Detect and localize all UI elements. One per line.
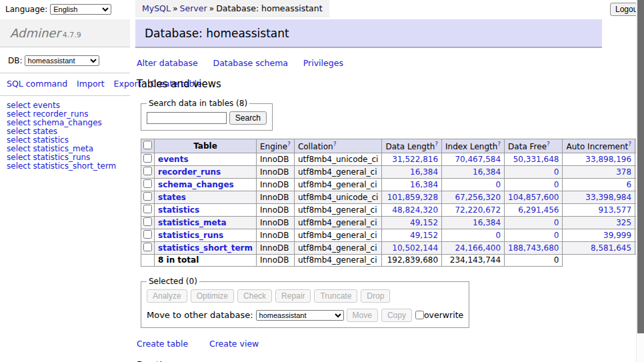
auto-increment-link[interactable]: 39,999 xyxy=(603,231,631,240)
vertical-scrollbar[interactable] xyxy=(636,0,644,362)
index-length-link[interactable]: 0 xyxy=(495,231,501,240)
index-length-link[interactable]: 72,220,672 xyxy=(455,205,501,215)
data-free-link[interactable]: 0 xyxy=(554,231,559,240)
sidebar-item-states[interactable]: select states xyxy=(7,127,125,136)
table-link-events[interactable]: events xyxy=(158,155,189,164)
auto-increment-link[interactable]: 33,898,196 xyxy=(585,155,631,164)
language-select[interactable]: English xyxy=(50,4,111,15)
sidebar-action-sql-command[interactable]: SQL command xyxy=(7,79,67,89)
scrollbar-thumb[interactable] xyxy=(637,0,644,333)
row-checkbox[interactable] xyxy=(143,179,152,188)
sidebar-item-events[interactable]: select events xyxy=(7,101,125,110)
help-link[interactable]: ? xyxy=(547,141,550,147)
select-all-checkbox[interactable] xyxy=(143,141,152,149)
index-length-link[interactable]: 16,384 xyxy=(473,218,501,227)
data-length-link[interactable]: 48,824,320 xyxy=(392,205,438,215)
check-button[interactable]: Check xyxy=(237,289,272,303)
help-link[interactable]: ? xyxy=(333,141,337,147)
privileges-link[interactable]: Privileges xyxy=(303,58,343,68)
sidebar-item-statistics[interactable]: select statistics xyxy=(7,136,125,145)
overwrite-label: overwrite xyxy=(424,310,463,320)
data-free-link[interactable]: 188,743,680 xyxy=(508,243,559,253)
data-length-link[interactable]: 10,502,144 xyxy=(392,243,438,253)
index-length-link[interactable]: 24,166,400 xyxy=(455,243,501,253)
sidebar-item-schema_changes[interactable]: select schema_changes xyxy=(7,119,125,127)
repair-button[interactable]: Repair xyxy=(275,289,311,303)
auto-increment-link[interactable]: 8,581,645 xyxy=(591,243,631,253)
search-button[interactable]: Search xyxy=(229,111,267,125)
language-bar: Language:English xyxy=(0,0,130,19)
move-button[interactable]: Move xyxy=(347,309,378,322)
index-length-link[interactable]: 67,256,320 xyxy=(455,193,501,202)
data-length-link[interactable]: 16,384 xyxy=(410,180,438,189)
truncate-button[interactable]: Truncate xyxy=(314,289,357,303)
sidebar-item-recorder_runs[interactable]: select recorder_runs xyxy=(7,110,125,119)
table-link-recorder_runs[interactable]: recorder_runs xyxy=(158,167,221,177)
sidebar-item-statistics_short_term[interactable]: select statistics_short_term xyxy=(7,162,125,171)
database-schema-link[interactable]: Database schema xyxy=(213,58,288,68)
analyze-button[interactable]: Analyze xyxy=(147,289,187,303)
row-checkbox[interactable] xyxy=(143,230,152,239)
sidebar-action-import[interactable]: Import xyxy=(77,79,105,89)
data-free-link[interactable]: 6,291,456 xyxy=(518,205,559,215)
help-link[interactable]: ? xyxy=(287,141,291,147)
auto-increment-link[interactable]: 6 xyxy=(626,180,631,189)
auto-increment-link[interactable]: 33,398,984 xyxy=(585,193,631,202)
data-length-link[interactable]: 31,522,816 xyxy=(392,155,438,164)
breadcrumb-separator: » xyxy=(209,3,215,13)
search-input[interactable] xyxy=(147,112,227,124)
data-length-link[interactable]: 16,384 xyxy=(410,167,438,177)
breadcrumb-link-mysql[interactable]: MySQL xyxy=(142,3,171,13)
table-link-states[interactable]: states xyxy=(158,193,186,202)
table-name-cell: recorder_runs xyxy=(155,166,257,179)
auto-increment-link[interactable]: 913,577 xyxy=(598,205,631,215)
data-free-link[interactable]: 104,857,600 xyxy=(508,193,559,202)
breadcrumb-link-server[interactable]: Server xyxy=(180,3,207,13)
index-length-link[interactable]: 70,467,584 xyxy=(455,155,501,164)
help-link[interactable]: ? xyxy=(497,141,501,147)
collation-cell: utf8mb4_general_ci xyxy=(294,217,382,229)
drop-button[interactable]: Drop xyxy=(361,289,390,303)
row-checkbox[interactable] xyxy=(143,205,152,213)
table-link-statistics_meta[interactable]: statistics_meta xyxy=(158,218,227,227)
sidebar-item-statistics_meta[interactable]: select statistics_meta xyxy=(7,145,125,153)
data-free-link[interactable]: 0 xyxy=(554,218,559,227)
sidebar-item-statistics_runs[interactable]: select statistics_runs xyxy=(7,153,125,162)
table-name-cell: schema_changes xyxy=(155,179,257,191)
selected-fieldset: Selected (0) AnalyzeOptimizeCheckRepairT… xyxy=(141,277,469,328)
db-select[interactable]: homeassistant xyxy=(25,55,99,66)
move-database-select[interactable]: homeassistant xyxy=(256,310,344,321)
optimize-button[interactable]: Optimize xyxy=(191,289,234,303)
copy-button[interactable]: Copy xyxy=(381,309,412,322)
table-link-schema_changes[interactable]: schema_changes xyxy=(158,180,234,189)
help-link[interactable]: ? xyxy=(435,141,438,147)
row-checkbox[interactable] xyxy=(143,192,152,201)
data-length-link[interactable]: 101,859,328 xyxy=(387,193,438,202)
row-checkbox[interactable] xyxy=(143,243,152,251)
index-length-link[interactable]: 16,384 xyxy=(473,167,501,177)
auto-increment-link[interactable]: 325 xyxy=(616,218,631,227)
table-link-statistics_runs[interactable]: statistics_runs xyxy=(158,231,223,240)
table-link-statistics_short_term[interactable]: statistics_short_term xyxy=(158,243,253,253)
sidebar-actions: SQL commandImportExportCreate table xyxy=(0,73,130,95)
engine-cell: InnoDB xyxy=(256,229,294,242)
row-checkbox[interactable] xyxy=(143,167,152,175)
data-free-link[interactable]: 0 xyxy=(554,180,559,189)
data-free-link[interactable]: 0 xyxy=(554,167,559,177)
row-checkbox[interactable] xyxy=(143,154,152,163)
row-checkbox[interactable] xyxy=(143,217,152,226)
index-length-cell: 72,220,672 xyxy=(442,204,505,217)
data-free-link[interactable]: 50,331,648 xyxy=(513,155,559,164)
total-label-cell: 8 in total xyxy=(155,255,257,267)
create-view-link[interactable]: Create view xyxy=(209,339,259,349)
alter-database-link[interactable]: Alter database xyxy=(137,58,198,68)
table-row-events: eventsInnoDButf8mb4_unicode_ci31,522,816… xyxy=(141,153,644,166)
data-length-link[interactable]: 49,152 xyxy=(410,218,438,227)
index-length-link[interactable]: 0 xyxy=(495,180,501,189)
table-link-statistics[interactable]: statistics xyxy=(158,205,199,215)
create-table-link[interactable]: Create table xyxy=(137,339,188,349)
auto-increment-link[interactable]: 378 xyxy=(616,167,631,177)
overwrite-checkbox[interactable] xyxy=(415,311,424,319)
help-link[interactable]: ? xyxy=(628,141,631,147)
data-length-link[interactable]: 49,152 xyxy=(410,231,438,240)
